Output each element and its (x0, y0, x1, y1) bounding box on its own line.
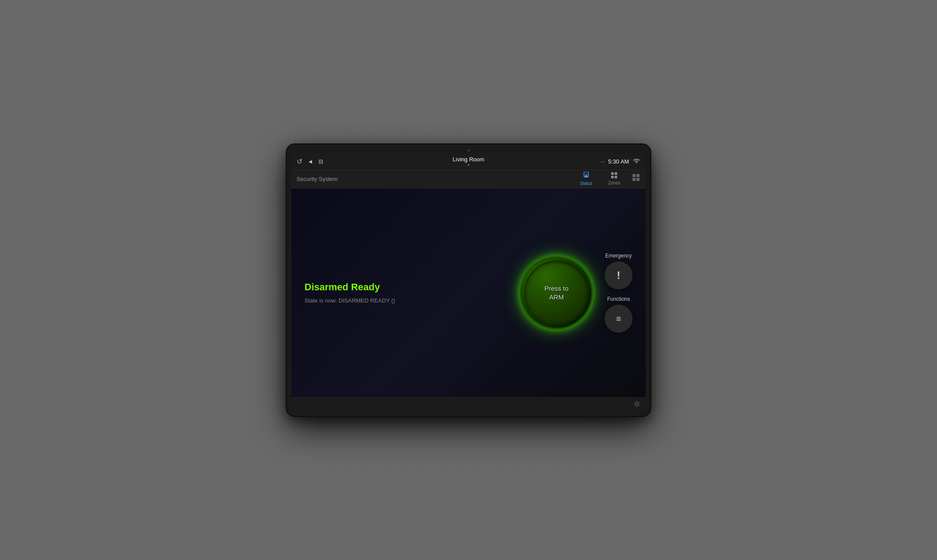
location-chevron: ▾ (468, 163, 469, 167)
svg-rect-7 (633, 174, 636, 177)
arm-button-text: Press to ARM (544, 284, 568, 301)
settings-icon[interactable] (633, 400, 640, 409)
screen: ↺ ◄ ⊟ Living Room ▾ -- 5:30 AM (291, 153, 646, 411)
status-section: Disarmed Ready State is now: DISARMED RE… (304, 282, 508, 304)
exclamation-icon: ! (617, 269, 620, 282)
nav-tabs: Status Zones (577, 170, 624, 188)
svg-rect-8 (636, 174, 640, 177)
arm-button-container: Press to ARM (521, 258, 591, 328)
disarmed-status-label: Disarmed Ready (304, 282, 508, 293)
tab-zones[interactable]: Zones (605, 170, 624, 187)
svg-rect-6 (615, 176, 617, 178)
svg-rect-9 (633, 178, 636, 181)
functions-action: Functions ≡ (605, 296, 633, 333)
status-bar-left: ↺ ◄ ⊟ (297, 157, 408, 166)
functions-label: Functions (607, 296, 630, 302)
wifi-icon (633, 158, 640, 165)
location-name: Living Room (453, 156, 484, 163)
svg-point-11 (636, 403, 638, 405)
status-tab-icon (583, 172, 589, 180)
arm-line1: Press to (544, 285, 568, 292)
time-display: 5:30 AM (608, 158, 629, 165)
separator-text: -- (601, 158, 605, 165)
zones-tab-label: Zones (608, 181, 620, 185)
action-section: Emergency ! Functions ≡ (605, 253, 633, 333)
svg-rect-3 (611, 172, 614, 175)
arm-line2: ARM (549, 293, 563, 301)
emergency-action: Emergency ! (605, 253, 633, 289)
arm-button-inner: Press to ARM (544, 284, 568, 301)
main-content: Disarmed Ready State is now: DISARMED RE… (291, 188, 646, 397)
state-detail-text: State is now: DISARMED READY () (304, 297, 508, 304)
status-bar: ↺ ◄ ⊟ Living Room ▾ -- 5:30 AM (291, 153, 646, 170)
svg-rect-1 (585, 175, 587, 177)
menu-icon: ≡ (616, 314, 621, 324)
functions-button[interactable]: ≡ (605, 305, 633, 333)
svg-rect-10 (636, 178, 640, 181)
svg-point-2 (586, 174, 587, 175)
nav-bar: Security System Status (291, 170, 646, 188)
status-bar-right: -- 5:30 AM (529, 158, 640, 165)
bottom-bar (291, 397, 646, 411)
svg-rect-5 (611, 176, 614, 178)
clock-icon: ↺ (297, 157, 302, 166)
svg-rect-4 (615, 172, 617, 175)
arm-button[interactable]: Press to ARM (521, 258, 591, 328)
emergency-button[interactable]: ! (605, 261, 633, 289)
tablet-device: ↺ ◄ ⊟ Living Room ▾ -- 5:30 AM (287, 145, 650, 416)
tab-status[interactable]: Status (577, 170, 596, 188)
page-title: Security System (297, 176, 577, 182)
grid-view-button[interactable] (633, 174, 640, 184)
back-icon[interactable]: ◄ (308, 158, 313, 165)
emergency-label: Emergency (605, 253, 632, 259)
zones-tab-icon (611, 172, 617, 180)
status-bar-center: Living Room ▾ (413, 156, 524, 167)
status-tab-label: Status (580, 181, 592, 186)
home-icon[interactable]: ⊟ (318, 158, 323, 165)
